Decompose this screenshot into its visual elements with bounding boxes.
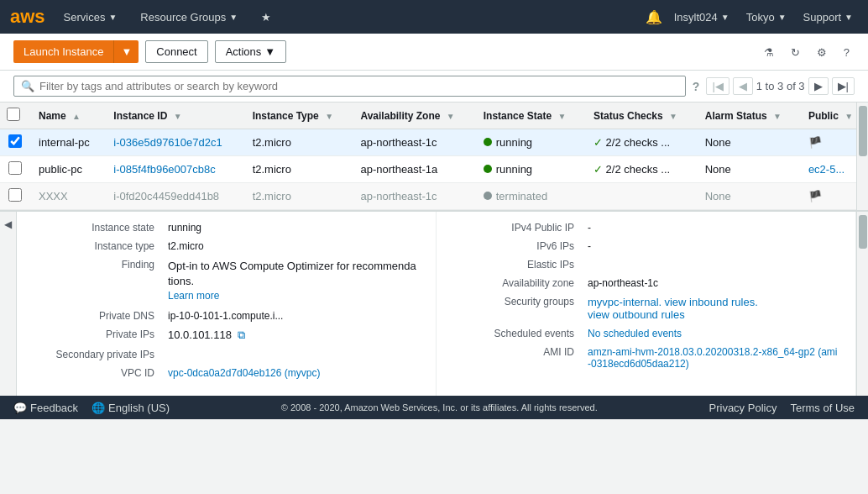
state-dot-icon (484, 165, 492, 173)
detail-left-column: Instance state running Instance type t2.… (17, 212, 437, 396)
launch-instance-button[interactable]: Launch Instance (13, 40, 113, 63)
row-instance-id: i-036e5d97610e7d2c1 (105, 129, 243, 156)
refresh-button[interactable]: ↻ (786, 41, 805, 63)
ipv4-public-ip-value: - (588, 222, 591, 234)
security-group-link[interactable]: myvpc-internal. (588, 296, 661, 308)
chevron-down-icon: ▼ (844, 13, 853, 22)
nav-services[interactable]: Services ▼ (59, 8, 123, 27)
row-checkbox[interactable] (8, 188, 22, 202)
nav-region[interactable]: Tokyo ▼ (741, 8, 792, 27)
col-name[interactable]: Name ▲ (30, 102, 105, 129)
col-status-checks[interactable]: Status Checks ▼ (585, 102, 697, 129)
col-instance-id[interactable]: Instance ID ▼ (105, 102, 243, 129)
toolbar: Launch Instance ▼ Connect Actions ▼ ⚗ ↻ … (0, 34, 868, 71)
row-instance-state: terminated (475, 183, 585, 210)
security-groups-label: Security groups (453, 296, 588, 307)
collapse-panel-button[interactable]: ◀ (0, 212, 17, 396)
nav-resource-groups[interactable]: Resource Groups ▼ (135, 8, 243, 27)
instances-table: Name ▲ Instance ID ▼ Instance Type ▼ Ava… (0, 102, 868, 210)
vpc-id-label: VPC ID (34, 367, 168, 379)
instance-type-label: Instance type (34, 240, 168, 252)
pagination-next-button[interactable]: ▶ (808, 77, 829, 95)
refresh-icon: ↻ (791, 46, 800, 59)
aws-logo[interactable]: aws (10, 6, 45, 28)
ami-id-value[interactable]: amzn-ami-hvm-2018.03.0.20200318.2-x86_64… (588, 346, 839, 370)
chevron-right-icon: ◀ (4, 218, 12, 230)
row-availability-zone: ap-northeast-1a (352, 156, 474, 183)
col-instance-type[interactable]: Instance Type ▼ (244, 102, 353, 129)
private-dns-value: ip-10-0-101-1.compute.i... (168, 310, 283, 322)
top-navigation: aws Services ▼ Resource Groups ▼ ★ 🔔 Ins… (0, 0, 868, 34)
chevron-down-icon: ▼ (121, 45, 132, 58)
finding-value: Opt-in to AWS Compute Optimizer for reco… (168, 259, 419, 303)
row-alarm-status: None (697, 156, 800, 183)
pagination-prev-button[interactable]: ◀ (733, 77, 753, 95)
learn-more-link[interactable]: Learn more (168, 290, 219, 302)
secondary-private-ips-row: Secondary private IPs (34, 349, 419, 360)
col-availability-zone[interactable]: Availability Zone ▼ (352, 102, 474, 129)
privacy-policy-link[interactable]: Privacy Policy (709, 402, 777, 414)
state-dot-icon (484, 192, 492, 200)
footer-left: 💬 Feedback 🌐 English (US) (13, 402, 170, 414)
search-input[interactable] (39, 80, 678, 92)
scrollbar[interactable] (856, 102, 868, 210)
row-availability-zone: ap-northeast-1c (352, 129, 474, 156)
row-status-checks: ✓ 2/2 checks ... (585, 156, 697, 183)
row-instance-type: t2.micro (244, 183, 353, 210)
notification-bell-icon[interactable]: 🔔 (646, 9, 662, 25)
globe-icon: 🌐 (92, 402, 105, 414)
row-instance-type: t2.micro (244, 156, 353, 183)
feedback-button[interactable]: 💬 Feedback (13, 402, 78, 414)
sort-icon: ▼ (557, 112, 566, 121)
nav-favorites[interactable]: ★ (256, 8, 276, 27)
search-input-wrap: 🔍 (13, 76, 686, 97)
nav-support[interactable]: Support ▼ (798, 8, 858, 27)
language-selector[interactable]: 🌐 English (US) (92, 402, 170, 414)
instance-type-row: Instance type t2.micro (34, 240, 419, 252)
view-outbound-rules-link[interactable]: view outbound rules (588, 308, 685, 321)
search-help-icon[interactable]: ? (693, 80, 700, 93)
row-name: public-pc (30, 156, 105, 183)
private-ips-label: Private IPs (34, 328, 168, 340)
instance-type-value: t2.micro (168, 240, 204, 252)
settings-icon-button[interactable]: ⚗ (759, 41, 779, 63)
launch-instance-dropdown-button[interactable]: ▼ (113, 40, 139, 63)
detail-scroll-thumb (859, 215, 867, 249)
table-row[interactable]: internal-pc i-036e5d97610e7d2c1 t2.micro… (0, 129, 868, 156)
vpc-id-value[interactable]: vpc-0dca0a2d7d04eb126 (myvpc) (168, 367, 320, 379)
secondary-private-ips-label: Secondary private IPs (34, 349, 168, 360)
nav-user[interactable]: Insylt024 ▼ (669, 8, 735, 27)
row-checkbox[interactable] (8, 134, 22, 148)
connect-button[interactable]: Connect (145, 40, 207, 63)
detail-scrollbar[interactable] (856, 212, 868, 396)
chevron-down-icon: ▼ (108, 13, 117, 22)
copyright-text: © 2008 - 2020, Amazon Web Services, Inc.… (281, 402, 598, 413)
chevron-down-icon: ▼ (229, 13, 238, 22)
view-inbound-rules-link[interactable]: view inbound rules. (664, 296, 757, 308)
row-checkbox[interactable] (8, 161, 22, 175)
table-row[interactable]: public-pc i-085f4fb96e007cb8c t2.micro a… (0, 156, 868, 183)
row-instance-id: i-085f4fb96e007cb8c (105, 156, 243, 183)
gear-button[interactable]: ⚙ (812, 41, 832, 63)
col-instance-state[interactable]: Instance State ▼ (475, 102, 585, 129)
footer: 💬 Feedback 🌐 English (US) © 2008 - 2020,… (0, 396, 868, 419)
help-button[interactable]: ? (839, 41, 855, 63)
row-alarm-status: None (697, 129, 800, 156)
scheduled-events-value[interactable]: No scheduled events (588, 328, 682, 339)
actions-button[interactable]: Actions ▼ (215, 40, 287, 63)
flag-icon: 🏴 (808, 136, 822, 149)
select-all-checkbox[interactable] (7, 108, 20, 121)
availability-zone-value: ap-northeast-1c (588, 277, 658, 289)
table-row[interactable]: XXXX i-0fd20c4459edd41b8 t2.micro ap-nor… (0, 183, 868, 210)
flask-icon: ⚗ (764, 46, 774, 59)
ipv6-ips-value: - (588, 240, 591, 252)
pagination-last-button[interactable]: ▶| (832, 77, 855, 95)
pagination-first-button[interactable]: |◀ (706, 77, 729, 95)
copy-to-clipboard-icon[interactable]: ⧉ (238, 328, 245, 341)
col-alarm-status[interactable]: Alarm Status ▼ (697, 102, 800, 129)
detail-panel: ◀ Instance state running Instance type t… (0, 210, 868, 396)
row-availability-zone: ap-northeast-1c (352, 183, 474, 210)
terms-of-use-link[interactable]: Terms of Use (790, 402, 855, 414)
row-select-cell (0, 183, 30, 210)
row-instance-state: running (475, 156, 585, 183)
